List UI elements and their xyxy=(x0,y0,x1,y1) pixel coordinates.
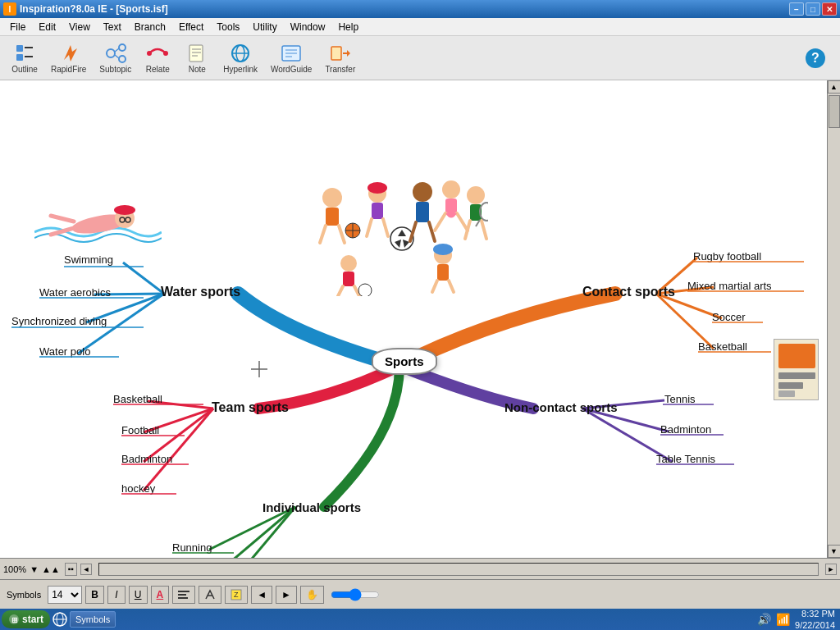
underline-button[interactable]: U xyxy=(129,586,148,604)
time-display: 8:32 PM xyxy=(795,608,835,619)
menu-text[interactable]: Text xyxy=(97,20,128,34)
back-button[interactable]: ◄ xyxy=(251,586,272,604)
start-label: start xyxy=(22,614,43,625)
hyperlink-icon xyxy=(229,42,252,65)
clock: 8:32 PM 9/22/2014 xyxy=(795,608,835,630)
rapidfire-label: RapidFire xyxy=(51,65,86,74)
svg-line-75 xyxy=(339,226,345,243)
svg-line-30 xyxy=(78,294,164,354)
menu-view[interactable]: View xyxy=(62,20,97,34)
menu-utility[interactable]: Utility xyxy=(246,20,283,34)
menu-help[interactable]: Help xyxy=(331,20,365,34)
toolbar: Outline RapidFire Subtopic xyxy=(0,36,840,80)
close-button[interactable]: ✕ xyxy=(822,2,837,16)
svg-point-104 xyxy=(358,284,372,296)
transfer-button[interactable]: Transfer xyxy=(320,40,360,75)
ie-taskbar-icon[interactable] xyxy=(52,611,68,628)
svg-point-106 xyxy=(433,244,453,255)
font-size-select[interactable]: 14 xyxy=(48,586,82,604)
svg-rect-73 xyxy=(326,208,339,226)
titlebar-buttons: − □ ✕ xyxy=(789,2,837,16)
svg-rect-113 xyxy=(778,382,803,389)
h-scrollbar[interactable] xyxy=(98,563,819,576)
zoom-up-button[interactable]: ▲▲ xyxy=(42,564,60,574)
menu-tools[interactable]: Tools xyxy=(210,20,246,34)
hyperlink-label: Hyperlink xyxy=(223,65,258,74)
symbols-taskbar-label: Symbols xyxy=(75,614,110,624)
svg-point-80 xyxy=(368,182,387,194)
minimize-button[interactable]: − xyxy=(789,2,804,16)
svg-point-5 xyxy=(119,44,126,51)
svg-rect-93 xyxy=(445,199,457,213)
transfer-label: Transfer xyxy=(325,65,355,74)
scroll-right-button[interactable]: ► xyxy=(825,564,837,575)
symbols-taskbar-item[interactable]: Symbols xyxy=(70,611,116,628)
svg-marker-24 xyxy=(347,50,350,57)
svg-text:Z: Z xyxy=(234,591,239,599)
tray-icon-2: 📶 xyxy=(776,613,790,626)
svg-line-33 xyxy=(656,294,722,318)
titlebar: I Inspiration?8.0a IE - [Sports.isf] − □… xyxy=(0,0,840,18)
relate-button[interactable]: Relate xyxy=(139,40,176,75)
bold-button[interactable]: B xyxy=(85,586,104,604)
align-button[interactable] xyxy=(172,586,195,604)
wordguide-icon xyxy=(280,42,303,65)
date-display: 9/22/2014 xyxy=(795,619,835,630)
relate-icon xyxy=(146,42,169,65)
scroll-up-button[interactable]: ▲ xyxy=(828,80,841,94)
svg-point-92 xyxy=(442,180,460,199)
menu-window[interactable]: Window xyxy=(284,20,332,34)
menu-edit[interactable]: Edit xyxy=(32,20,62,34)
menu-effect[interactable]: Effect xyxy=(172,20,210,34)
svg-rect-117 xyxy=(178,597,188,599)
symbols-label: Symbols xyxy=(7,590,41,600)
zoom-down-button[interactable]: ▼ xyxy=(30,564,39,574)
svg-rect-89 xyxy=(416,202,429,222)
italic-button[interactable]: I xyxy=(107,586,126,604)
zoom-fit-button[interactable]: ▪▪ xyxy=(65,563,77,576)
relate-label: Relate xyxy=(146,65,170,74)
central-node[interactable]: Sports xyxy=(372,348,437,375)
highlight-button[interactable]: Z xyxy=(225,586,248,604)
maximize-button[interactable]: □ xyxy=(806,2,820,16)
hand-tool-button[interactable]: ✋ xyxy=(300,586,324,604)
scroll-thumb[interactable] xyxy=(829,95,840,128)
menu-branch[interactable]: Branch xyxy=(128,20,172,34)
start-button[interactable]: ⊞ start xyxy=(2,610,50,628)
svg-line-41 xyxy=(582,409,673,462)
scroll-left-button[interactable]: ◄ xyxy=(80,564,92,575)
svg-line-108 xyxy=(432,281,437,292)
forward-button[interactable]: ► xyxy=(276,586,297,604)
subtopic-label: Subtopic xyxy=(99,65,131,74)
svg-rect-112 xyxy=(778,372,815,379)
svg-rect-111 xyxy=(778,344,815,368)
help-question-button[interactable]: ? xyxy=(797,45,833,71)
svg-line-31 xyxy=(656,258,697,294)
canvas[interactable]: Sports Water sports Swimming Water aerob… xyxy=(0,80,827,558)
menu-file[interactable]: File xyxy=(3,20,32,34)
svg-rect-1 xyxy=(16,54,23,61)
style-button[interactable] xyxy=(199,586,221,604)
svg-point-94 xyxy=(467,186,485,204)
svg-rect-3 xyxy=(25,56,33,57)
statusbar: 100% ▼ ▲▲ ▪▪ ◄ ► xyxy=(0,558,840,579)
svg-text:⊞: ⊞ xyxy=(11,616,18,624)
font-color-button[interactable]: A xyxy=(151,586,170,604)
rapidfire-icon xyxy=(57,42,80,65)
rapidfire-button[interactable]: RapidFire xyxy=(46,40,91,75)
subtopic-button[interactable]: Subtopic xyxy=(94,40,136,75)
svg-point-10 xyxy=(163,51,168,56)
wordguide-button[interactable]: WordGuide xyxy=(266,40,317,75)
svg-line-7 xyxy=(115,48,119,52)
wordguide-label: WordGuide xyxy=(271,65,312,74)
note-button[interactable]: Note xyxy=(179,40,215,75)
scroll-down-button[interactable]: ▼ xyxy=(828,545,841,558)
svg-line-99 xyxy=(476,220,480,226)
scrollbar-right: ▲ ▼ xyxy=(827,80,840,558)
outline-button[interactable]: Outline xyxy=(7,40,43,75)
slider-input[interactable] xyxy=(331,588,380,601)
svg-line-29 xyxy=(86,294,164,322)
svg-line-97 xyxy=(482,221,486,239)
sports-kids-clipart xyxy=(308,177,488,296)
hyperlink-button[interactable]: Hyperlink xyxy=(218,40,262,75)
